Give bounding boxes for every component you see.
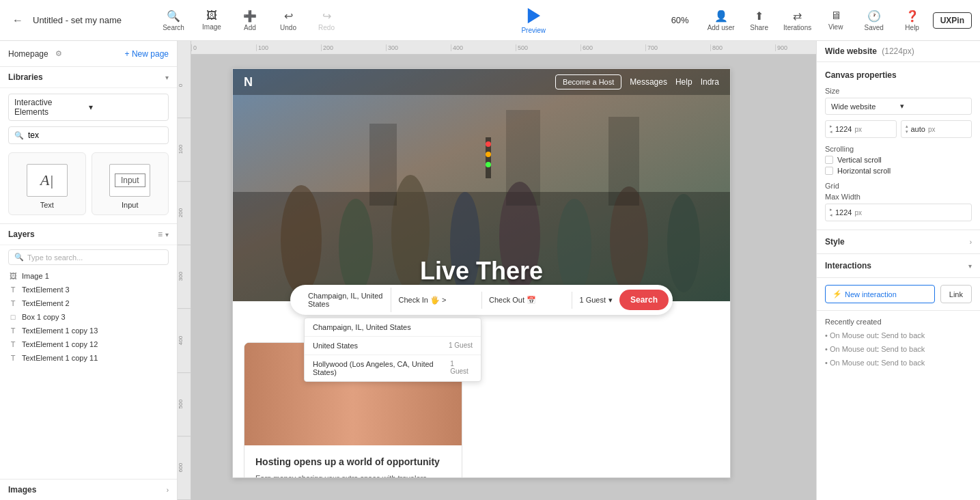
help-tool[interactable]: ❓ Help [895,3,930,38]
autocomplete-item-1[interactable]: United States 1 Guest [305,337,481,355]
view-tool[interactable]: 🖥 View [818,3,854,38]
autocomplete-text: United States [313,342,358,350]
project-title[interactable]: Untitled - set my name [33,15,142,25]
view-icon: 🖥 [830,10,841,22]
layer-item-textelement1copy13[interactable]: T TextElement 1 copy 13 [0,324,177,337]
new-page-button[interactable]: + New page [125,49,169,59]
uxpin-button[interactable]: UXPin [933,12,972,29]
hero-title: Live There [307,257,656,286]
scrolling-section: Scrolling Vertical scroll Horizontal scr… [825,145,972,175]
layer-item-textelement1copy11[interactable]: T TextElement 1 copy 11 [0,351,177,365]
checkout-input[interactable]: Check Out 📅 [482,292,572,309]
toolbar-tools: 🔍 Search 🖼 Image ➕ Add ↩ Undo ↪ Redo [156,3,408,38]
share-icon: ⬆ [755,10,764,23]
input-component-label: Input [122,201,138,209]
ruler-mark: 400 [451,44,516,51]
preview-button[interactable]: Preview [521,6,546,34]
link-button[interactable]: Link [940,285,972,303]
checkin-input[interactable]: Check In 🖐 > [391,292,481,309]
interaction-trigger-1: On Mouse out [830,345,877,353]
height-input[interactable]: ▴▾ auto px [901,120,972,138]
layer-item-textelement3[interactable]: T TextElement 3 [0,283,177,296]
size-row: Size Wide website ▾ [825,87,972,115]
autocomplete-item-0[interactable]: Champaign, IL, United States [305,318,481,337]
style-section[interactable]: Style › [817,230,980,254]
add-tool[interactable]: ➕ Add [232,3,268,38]
canvas-props-title: Wide website (1224px) [817,41,980,62]
scrolling-label: Scrolling [825,145,972,153]
interactions-chevron[interactable]: ▾ [968,262,972,270]
library-dropdown[interactable]: Interactive Elements ▾ [8,94,169,121]
layer-item-textelement2[interactable]: T TextElement 2 [0,296,177,310]
become-host-link[interactable]: Become a Host [555,74,621,89]
ruler-v-mark: 0 [178,55,191,118]
width-input[interactable]: ▸◂ 1224 px [825,120,897,138]
layers-sort-button[interactable]: ≡ ▾ [158,230,169,239]
undo-tool[interactable]: ↩ Undo [270,3,306,38]
hero-search-button[interactable]: Search [619,290,669,310]
homepage-tab[interactable]: Homepage [8,49,48,59]
layers-search-bar[interactable]: 🔍 Type to search... [8,249,169,265]
images-section[interactable]: Images › [0,479,177,500]
canvas-content[interactable]: N Become a Host Messages Help Indra [191,55,816,500]
layer-item-image1[interactable]: 🖼 Image 1 [0,269,177,283]
canvas-area[interactable]: 0 100 200 300 400 500 600 700 800 900 0 … [178,41,816,500]
canvas-frame[interactable]: N Become a Host Messages Help Indra [232,68,731,478]
layer-item-box1copy3[interactable]: □ Box 1 copy 3 [0,310,177,324]
redo-tool[interactable]: ↪ Redo [309,3,344,38]
location-input[interactable]: Champaign, IL, United States [301,288,391,312]
height-arrows: ▴▾ [906,124,908,135]
undo-icon: ↩ [284,10,293,23]
size-dropdown[interactable]: Wide website ▾ [825,98,972,115]
horizontal-scroll-checkbox[interactable] [825,167,833,175]
input-component-tile[interactable]: Input Input [92,152,169,215]
autocomplete-item-2[interactable]: Hollywood (Los Angeles, CA, United State… [305,355,481,381]
layer-text-icon: T [8,354,18,362]
guest-dropdown-arrow: ▾ [608,296,613,305]
iterations-tool[interactable]: ⇄ Iterations [780,3,815,38]
svg-rect-11 [506,110,540,206]
text-component-icon: A| [27,164,68,197]
nav-logo: N [244,75,253,89]
toolbar-center: Preview [408,6,660,34]
style-arrow-icon: › [970,238,972,246]
grid-label: Grid [825,182,972,190]
layers-chevron: ▾ [165,231,169,238]
messages-link[interactable]: Messages [630,77,667,87]
interactions-section-header: Interactions ▾ [817,254,980,278]
page-settings-icon[interactable]: ⚙ [55,49,62,58]
user-link[interactable]: Indra [701,77,719,87]
new-interaction-button[interactable]: ⚡ New interaction [825,285,935,303]
max-width-input[interactable]: ▸◂ 1224 px [825,204,972,221]
component-tiles: A| Text Input Input [0,150,177,223]
height-unit: px [928,126,936,133]
help-link[interactable]: Help [675,77,692,87]
libraries-section-header[interactable]: Libraries ▾ [0,67,177,88]
interaction-buttons: ⚡ New interaction Link [817,278,980,311]
share-tool[interactable]: ⬆ Share [742,3,777,38]
vertical-scroll-checkbox[interactable] [825,156,833,164]
guest-count: 1 Guest [579,296,606,304]
svg-point-16 [486,162,491,167]
size-input-group: ▸◂ 1224 px ▴▾ auto px [825,120,972,138]
canvas-with-ruler: 0 100 200 300 400 500 600 700 800 900 0 … [178,41,816,500]
images-title: Images [8,485,167,495]
add-user-tool[interactable]: 👤 Add user [703,3,739,38]
svg-point-14 [486,141,491,147]
layer-item-textelement1copy12[interactable]: T TextElement 1 copy 12 [0,337,177,351]
layers-list: 🖼 Image 1 T TextElement 3 T TextElement … [0,269,177,479]
vertical-scroll-label: Vertical scroll [837,156,882,164]
search-tool[interactable]: 🔍 Search [156,3,191,38]
library-search-bar[interactable]: 🔍 [8,126,169,144]
layer-name: TextElement 1 copy 11 [22,354,98,362]
size-dropdown-arrow: ▾ [900,102,966,111]
saved-tool[interactable]: 🕐 Saved [856,3,892,38]
library-search-input[interactable] [28,130,163,140]
text-component-tile[interactable]: A| Text [8,152,86,215]
image-tool[interactable]: 🖼 Image [194,3,229,38]
main-layout: Homepage ⚙ + New page Libraries ▾ Intera… [0,41,980,500]
width-value: 1224 [835,125,852,133]
back-button[interactable]: ← [8,11,27,30]
zoom-display[interactable]: 60% [660,15,701,25]
guest-selector[interactable]: 1 Guest ▾ [572,292,619,309]
